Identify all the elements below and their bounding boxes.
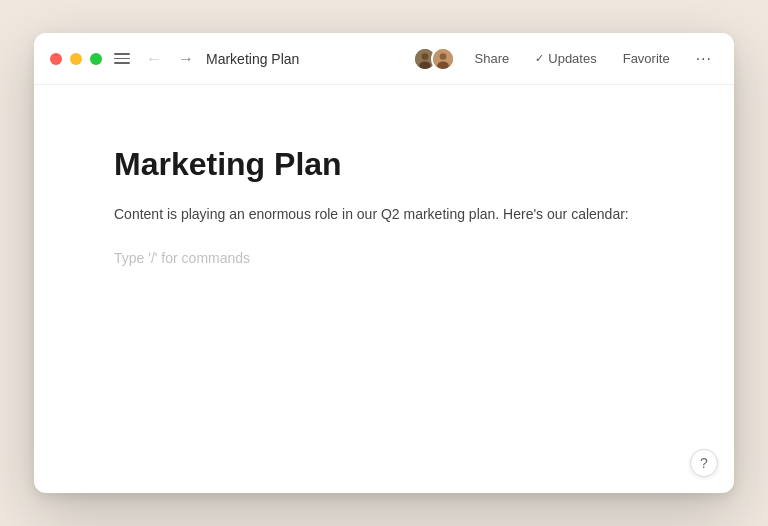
- collaborator-avatars: [413, 47, 455, 71]
- document-title[interactable]: Marketing Plan: [114, 145, 654, 183]
- content-area: Marketing Plan Content is playing an eno…: [34, 85, 734, 493]
- svg-point-4: [439, 53, 446, 60]
- share-button[interactable]: Share: [469, 47, 516, 70]
- updates-label: Updates: [548, 51, 596, 66]
- more-options-button[interactable]: ···: [690, 46, 718, 72]
- minimize-button[interactable]: [70, 53, 82, 65]
- favorite-button[interactable]: Favorite: [617, 47, 676, 70]
- more-icon: ···: [696, 50, 712, 67]
- favorite-label: Favorite: [623, 51, 670, 66]
- titlebar-actions: Share ✓ Updates Favorite ···: [413, 46, 718, 72]
- back-button[interactable]: ←: [142, 49, 166, 69]
- app-window: ← → Marketing Plan: [34, 33, 734, 493]
- close-button[interactable]: [50, 53, 62, 65]
- type-hint[interactable]: Type '/' for commands: [114, 250, 654, 266]
- maximize-button[interactable]: [90, 53, 102, 65]
- help-icon: ?: [700, 455, 708, 471]
- check-icon: ✓: [535, 52, 544, 65]
- help-button[interactable]: ?: [690, 449, 718, 477]
- updates-button[interactable]: ✓ Updates: [529, 47, 602, 70]
- svg-point-1: [421, 53, 428, 60]
- avatar: [431, 47, 455, 71]
- traffic-lights: [50, 53, 102, 65]
- share-label: Share: [475, 51, 510, 66]
- titlebar: ← → Marketing Plan: [34, 33, 734, 85]
- document-body: Content is playing an enormous role in o…: [114, 203, 654, 225]
- forward-button[interactable]: →: [174, 49, 198, 69]
- navigation-buttons: ← →: [142, 49, 198, 69]
- sidebar-toggle-button[interactable]: [114, 53, 130, 64]
